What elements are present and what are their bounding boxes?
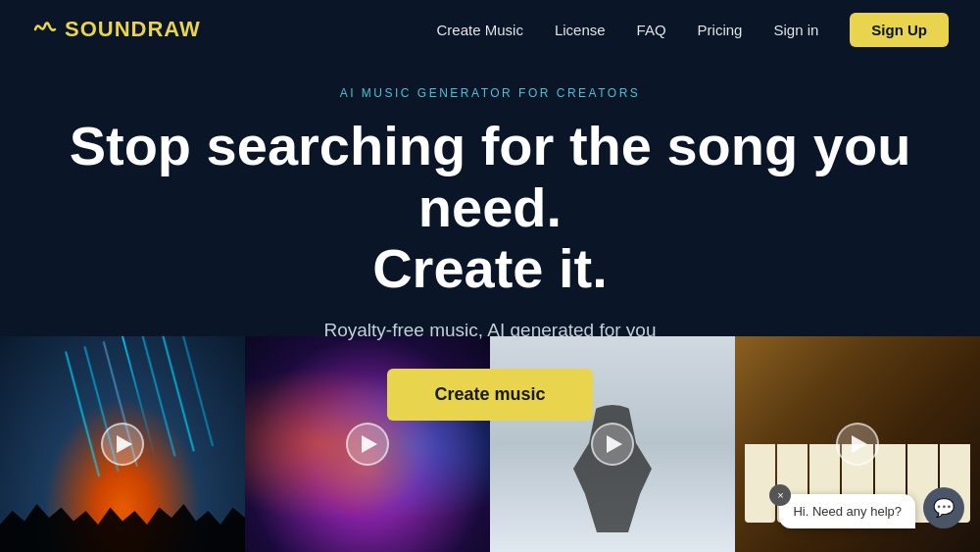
chat-bubble-container: × Hi. Need any help? bbox=[779, 494, 915, 528]
nav-license[interactable]: License bbox=[555, 22, 606, 38]
hero-subtitle: Royalty-free music, AI generated for you bbox=[20, 320, 960, 341]
play-button-1[interactable] bbox=[101, 423, 144, 466]
chat-widget: × Hi. Need any help? 💬 bbox=[779, 487, 964, 528]
nav-faq[interactable]: FAQ bbox=[637, 22, 666, 38]
play-button-4[interactable] bbox=[836, 423, 879, 466]
hero-title-line2: Create it. bbox=[372, 237, 608, 299]
nav-signin[interactable]: Sign in bbox=[773, 22, 818, 38]
create-music-button[interactable]: Create music bbox=[387, 369, 592, 421]
nav-create-music[interactable]: Create Music bbox=[437, 22, 523, 38]
chat-avatar-button[interactable]: 💬 bbox=[923, 487, 964, 528]
chat-bubble-message: Hi. Need any help? bbox=[779, 494, 915, 528]
chat-icon: 💬 bbox=[933, 497, 955, 519]
play-button-3[interactable] bbox=[591, 423, 634, 466]
hero-tag: AI MUSIC GENERATOR FOR CREATORS bbox=[20, 86, 960, 100]
piano-key-1 bbox=[745, 444, 775, 523]
hero-title: Stop searching for the song you need. Cr… bbox=[49, 116, 931, 300]
signup-button[interactable]: Sign Up bbox=[850, 13, 949, 47]
logo-icon bbox=[31, 16, 59, 43]
nav-pricing[interactable]: Pricing bbox=[698, 22, 743, 38]
logo-text: SOUNDRAW bbox=[65, 17, 201, 42]
play-button-2[interactable] bbox=[346, 423, 389, 466]
hero-section: AI MUSIC GENERATOR FOR CREATORS Stop sea… bbox=[0, 59, 980, 440]
header: SOUNDRAW Create Music License FAQ Pricin… bbox=[0, 0, 980, 59]
hero-title-line1: Stop searching for the song you need. bbox=[70, 115, 911, 238]
logo-link[interactable]: SOUNDRAW bbox=[31, 16, 201, 43]
main-nav: Create Music License FAQ Pricing Sign in… bbox=[437, 13, 949, 47]
